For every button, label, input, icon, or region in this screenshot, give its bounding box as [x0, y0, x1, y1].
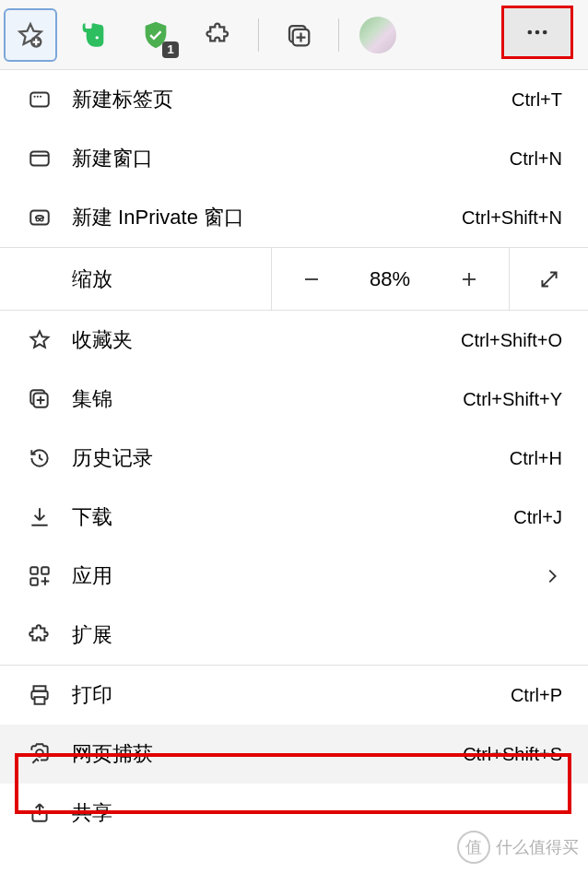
browser-toolbar: 1: [0, 0, 588, 70]
toolbar-separator: [338, 18, 339, 52]
collections-icon: [28, 387, 72, 411]
extension-badge: 1: [162, 41, 179, 58]
download-icon: [28, 505, 72, 529]
menu-item-label: 收藏夹: [72, 326, 461, 354]
menu-item-label: 打印: [72, 681, 511, 709]
menu-item-label: 应用: [72, 562, 542, 590]
ellipsis-icon: [524, 19, 550, 45]
menu-collections[interactable]: 集锦 Ctrl+Shift+Y: [0, 370, 588, 429]
menu-item-shortcut: Ctrl+J: [513, 507, 562, 528]
print-icon: [28, 683, 72, 707]
menu-history[interactable]: 历史记录 Ctrl+H: [0, 429, 588, 488]
menu-item-shortcut: Ctrl+Shift+Y: [463, 389, 562, 410]
web-capture-icon: [28, 742, 72, 766]
svg-rect-26: [35, 697, 45, 704]
menu-item-label: 集锦: [72, 385, 463, 413]
svg-point-5: [535, 30, 540, 35]
menu-new-tab[interactable]: 新建标签页 Ctrl+T: [0, 70, 588, 129]
menu-item-shortcut: Ctrl+Shift+O: [461, 330, 562, 351]
menu-item-shortcut: Ctrl+T: [512, 89, 562, 111]
menu-item-label: 网页捕获: [72, 740, 463, 768]
menu-new-inprivate[interactable]: 新建 InPrivate 窗口 Ctrl+Shift+N: [0, 188, 588, 247]
svg-point-8: [34, 96, 36, 98]
profile-avatar[interactable]: [359, 17, 396, 53]
add-favorite-button[interactable]: [4, 8, 57, 62]
adguard-extension-button[interactable]: 1: [129, 8, 182, 62]
svg-point-15: [41, 218, 43, 221]
svg-point-1: [96, 36, 99, 39]
minus-icon: [300, 268, 323, 290]
history-icon: [28, 446, 72, 470]
star-icon: [28, 328, 72, 352]
fullscreen-button[interactable]: [509, 248, 588, 310]
zoom-in-button[interactable]: [429, 248, 509, 310]
svg-rect-23: [30, 578, 38, 585]
puzzle-icon: [205, 21, 232, 49]
menu-item-label: 历史记录: [72, 444, 510, 472]
svg-rect-11: [30, 151, 49, 165]
menu-item-label: 共享: [72, 799, 562, 827]
new-tab-icon: [28, 88, 72, 112]
menu-new-window[interactable]: 新建窗口 Ctrl+N: [0, 129, 588, 188]
extensions-puzzle-button[interactable]: [192, 8, 245, 62]
evernote-extension-button[interactable]: [66, 8, 120, 62]
svg-rect-22: [41, 567, 49, 574]
menu-item-shortcut: Ctrl+H: [510, 448, 562, 469]
chevron-right-icon: [542, 566, 562, 586]
svg-point-9: [37, 96, 39, 98]
zoom-label: 缩放: [0, 248, 271, 310]
svg-point-10: [40, 96, 41, 98]
inprivate-icon: [28, 206, 72, 230]
plus-icon: [458, 268, 480, 290]
watermark-text: 什么值得买: [496, 836, 579, 858]
svg-point-14: [36, 218, 39, 221]
menu-print[interactable]: 打印 Ctrl+P: [0, 666, 588, 725]
menu-item-shortcut: Ctrl+Shift+N: [462, 207, 562, 229]
puzzle-icon: [28, 623, 72, 647]
svg-rect-13: [30, 210, 49, 224]
star-plus-icon: [17, 21, 44, 49]
menu-apps[interactable]: 应用: [0, 547, 588, 606]
watermark: 值 什么值得买: [457, 831, 579, 864]
fullscreen-icon: [537, 267, 561, 291]
menu-web-capture[interactable]: 网页捕获 Ctrl+Shift+S: [0, 725, 588, 784]
menu-item-shortcut: Ctrl+N: [510, 148, 562, 170]
menu-item-label: 新建标签页: [72, 86, 512, 113]
window-icon: [28, 147, 72, 171]
menu-extensions[interactable]: 扩展: [0, 606, 588, 665]
zoom-out-button[interactable]: [271, 248, 350, 310]
watermark-icon: 值: [457, 831, 490, 864]
evernote-icon: [77, 19, 109, 51]
menu-item-label: 新建 InPrivate 窗口: [72, 204, 462, 231]
svg-point-27: [36, 749, 43, 757]
menu-downloads[interactable]: 下载 Ctrl+J: [0, 488, 588, 547]
menu-zoom-row: 缩放 88%: [0, 248, 588, 311]
svg-rect-21: [30, 567, 38, 574]
svg-rect-7: [30, 92, 49, 106]
menu-favorites[interactable]: 收藏夹 Ctrl+Shift+O: [0, 311, 588, 370]
zoom-value: 88%: [350, 248, 429, 310]
svg-point-4: [528, 30, 533, 35]
menu-item-shortcut: Ctrl+Shift+S: [463, 744, 562, 765]
collections-icon: [285, 21, 312, 49]
menu-item-label: 扩展: [72, 621, 562, 649]
share-icon: [28, 801, 72, 825]
apps-icon: [28, 564, 72, 588]
svg-point-6: [543, 30, 547, 35]
menu-item-shortcut: Ctrl+P: [511, 685, 562, 706]
menu-item-label: 新建窗口: [72, 145, 510, 172]
menu-item-label: 下载: [72, 503, 513, 531]
collections-button[interactable]: [272, 8, 325, 62]
more-menu-button[interactable]: [501, 6, 573, 59]
toolbar-separator: [258, 18, 259, 52]
settings-menu: 新建标签页 Ctrl+T 新建窗口 Ctrl+N 新建 InPrivate 窗口…: [0, 70, 588, 843]
